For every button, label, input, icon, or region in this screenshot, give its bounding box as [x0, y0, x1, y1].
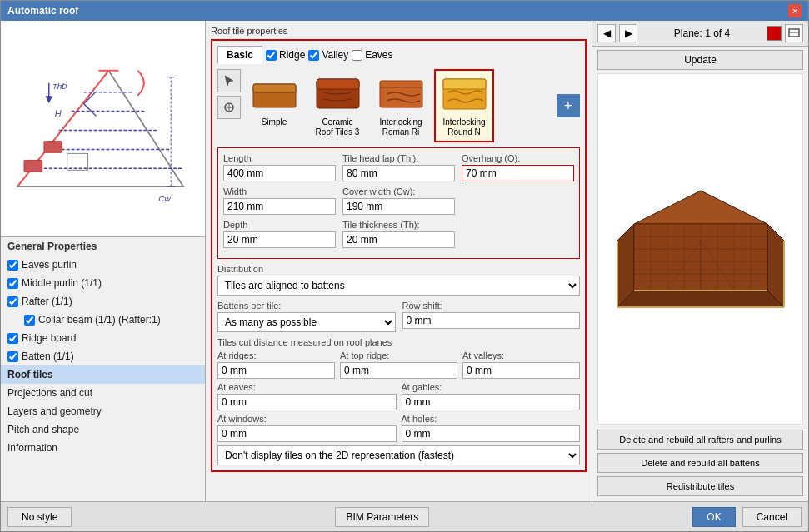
- cursor-tool-icon[interactable]: [217, 69, 241, 92]
- tile-interlocking-roman[interactable]: Interlocking Roman Ri: [371, 69, 431, 142]
- tab-ridge-label[interactable]: Ridge: [266, 49, 305, 61]
- main-content: Thl O H Cw: [1, 21, 808, 501]
- tab-valley-label[interactable]: Valley: [308, 49, 348, 61]
- spacer: [462, 186, 574, 215]
- tab-eaves-label[interactable]: Eaves: [352, 49, 392, 61]
- depth-field-group: Depth: [223, 220, 336, 248]
- tile-thickness-input[interactable]: [342, 231, 455, 248]
- depth-input[interactable]: [223, 231, 336, 248]
- at-ridges-group: At ridges:: [217, 351, 335, 379]
- collar-beam-checkbox[interactable]: [24, 315, 35, 326]
- interlocking-round-label: Interlocking Round N: [439, 117, 489, 137]
- tab-ridge-checkbox[interactable]: [266, 50, 277, 61]
- tab-eaves-checkbox[interactable]: [352, 50, 362, 61]
- collar-beam-label: Collar beam (1/1) (Rafter:1): [38, 314, 161, 326]
- no-style-button[interactable]: No style: [7, 507, 72, 527]
- cancel-button[interactable]: Cancel: [742, 507, 802, 527]
- overhang-input[interactable]: [462, 165, 574, 181]
- at-windows-input[interactable]: [217, 425, 397, 442]
- rafter-checkbox[interactable]: [7, 296, 18, 307]
- tile-tabs: Basic Ridge Valley Eaves: [217, 46, 580, 64]
- sidebar-item-pitch[interactable]: Pitch and shape: [1, 420, 205, 439]
- sidebar-item-eaves-purlin[interactable]: Eaves purlin: [1, 256, 205, 274]
- width-label: Width: [223, 186, 336, 196]
- sidebar-item-rafter[interactable]: Rafter (1/1): [1, 292, 205, 311]
- right-panel: ◀ ▶ Plane: 1 of 4 Update: [592, 21, 808, 501]
- width-field-group: Width: [223, 186, 336, 215]
- at-gables-group: At gables:: [402, 382, 581, 410]
- at-top-ridge-input[interactable]: [340, 362, 457, 379]
- preview-area: [597, 73, 803, 425]
- rafter-label: Rafter (1/1): [22, 296, 72, 307]
- cut-grid-row1: At ridges: At top ridge: At valleys:: [217, 351, 580, 379]
- diagram-area: Thl O H Cw: [1, 21, 205, 237]
- sidebar-item-roof-tiles[interactable]: Roof tiles: [1, 365, 205, 384]
- ceramic-tile-image: [312, 74, 362, 116]
- at-eaves-input[interactable]: [217, 394, 397, 410]
- dialog-title: Automatic roof: [7, 5, 78, 17]
- sidebar-item-layers[interactable]: Layers and geometry: [1, 402, 205, 420]
- tile-properties-box: Basic Ridge Valley Eaves: [211, 39, 587, 472]
- ok-button[interactable]: OK: [692, 507, 735, 527]
- tile-ceramic[interactable]: CeramicRoof Tiles 3: [307, 69, 367, 142]
- sidebar-item-information[interactable]: Information: [1, 439, 205, 457]
- row-shift-label: Row shift:: [402, 301, 581, 311]
- eaves-purlin-checkbox[interactable]: [7, 260, 18, 271]
- sidebar-item-projections[interactable]: Projections and cut: [1, 384, 205, 402]
- at-valleys-input[interactable]: [462, 362, 580, 379]
- tab-valley-checkbox[interactable]: [308, 50, 319, 61]
- cover-width-input[interactable]: [342, 198, 455, 215]
- at-holes-label: At holes:: [402, 414, 581, 424]
- delete-rebuild-battens-button[interactable]: Delete and rebuild all battens: [597, 453, 803, 473]
- plane-icon[interactable]: [785, 24, 803, 42]
- middle-purlin-checkbox[interactable]: [7, 278, 18, 289]
- tile-head-lap-input[interactable]: [342, 165, 455, 181]
- sidebar-item-batten[interactable]: Batten (1/1): [1, 347, 205, 365]
- color-indicator: [767, 26, 782, 41]
- row-shift-input[interactable]: [402, 312, 581, 329]
- bottom-select-row: Don't display tiles on the 2D representa…: [217, 445, 580, 465]
- plane-label: Plane: 1 of 4: [641, 27, 763, 39]
- sidebar-item-middle-purlin[interactable]: Middle purlin (1/1): [1, 274, 205, 292]
- at-ridges-input[interactable]: [217, 362, 335, 379]
- distribution-select[interactable]: Tiles are aligned to battens: [217, 276, 580, 296]
- battens-per-tile-select[interactable]: As many as possible: [217, 312, 396, 332]
- length-input[interactable]: [223, 165, 336, 181]
- prev-plane-button[interactable]: ◀: [597, 24, 616, 42]
- sidebar-item-collar-beam[interactable]: Collar beam (1/1) (Rafter:1): [1, 311, 205, 329]
- tile-interlocking-round[interactable]: Interlocking Round N: [434, 69, 494, 142]
- nav-tree: General Properties Eaves purlin Middle p…: [1, 237, 205, 501]
- next-plane-button[interactable]: ▶: [619, 24, 637, 42]
- redistribute-tiles-button[interactable]: Redistribute tiles: [597, 476, 803, 496]
- bim-parameters-button[interactable]: BIM Parameters: [335, 507, 429, 527]
- display-2d-select[interactable]: Don't display tiles on the 2D representa…: [217, 445, 580, 465]
- tile-head-lap-field-group: Tile head lap (Thl):: [342, 153, 455, 181]
- ridge-board-checkbox[interactable]: [7, 333, 18, 344]
- at-holes-input[interactable]: [402, 425, 581, 442]
- right-nav: ◀ ▶ Plane: 1 of 4: [592, 21, 808, 47]
- distribution-section: Distribution Tiles are aligned to batten…: [217, 264, 580, 296]
- eaves-purlin-label: Eaves purlin: [22, 259, 77, 271]
- length-field-group: Length: [223, 153, 336, 181]
- add-tile-button[interactable]: +: [557, 94, 580, 117]
- spacer2: [462, 220, 574, 248]
- bottom-right: OK Cancel: [692, 507, 802, 527]
- width-input[interactable]: [223, 198, 336, 215]
- svg-rect-0: [1, 21, 205, 236]
- batten-label: Batten (1/1): [22, 351, 74, 362]
- sidebar-item-ridge-board[interactable]: Ridge board: [1, 329, 205, 347]
- batten-checkbox[interactable]: [7, 351, 18, 362]
- delete-rebuild-rafters-button[interactable]: Delete and rebuild all rafters and purli…: [597, 430, 803, 450]
- at-top-ridge-label: At top ridge:: [340, 351, 457, 360]
- interlocking-roman-image: [376, 74, 426, 116]
- ridge-board-label: Ridge board: [22, 332, 76, 344]
- tile-thickness-field-group: Tile thickness (Th):: [342, 220, 455, 248]
- distribution-label: Distribution: [217, 264, 580, 274]
- tile-simple[interactable]: Simple: [244, 69, 304, 142]
- edit-tool-icon[interactable]: [217, 96, 241, 119]
- tab-basic[interactable]: Basic: [217, 46, 262, 64]
- at-gables-input[interactable]: [402, 394, 581, 410]
- update-button[interactable]: Update: [597, 50, 803, 70]
- dialog: Automatic roof ✕: [0, 0, 809, 532]
- close-button[interactable]: ✕: [788, 4, 802, 17]
